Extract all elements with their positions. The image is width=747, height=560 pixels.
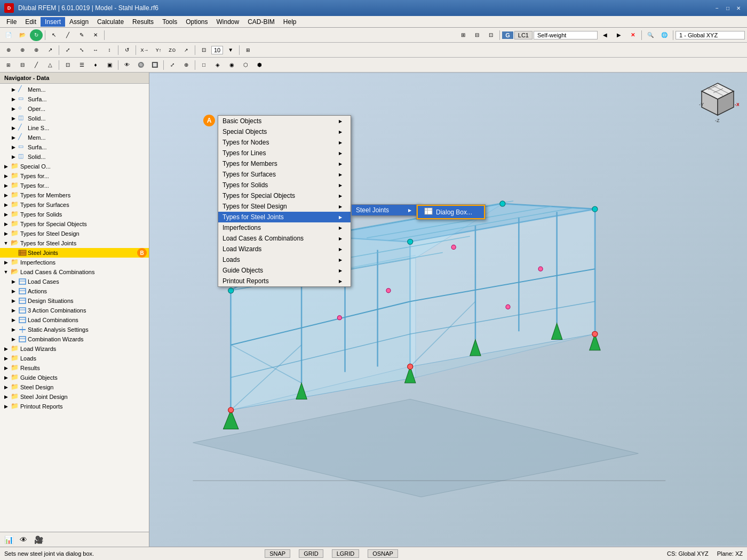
tree-item-action-combinations[interactable]: ▶ 3 Action Combinations bbox=[0, 306, 149, 315]
status-grid[interactable]: GRID bbox=[299, 549, 323, 558]
expand-actions[interactable]: ▶ bbox=[10, 287, 17, 295]
tb-line[interactable]: ╱ bbox=[61, 29, 74, 41]
tb3-vis1[interactable]: 👁 bbox=[121, 59, 133, 71]
expand-design-situations[interactable]: ▶ bbox=[10, 297, 17, 305]
expand-solid2[interactable]: ▶ bbox=[10, 153, 17, 161]
tree-item-load-cases-combo[interactable]: ▼ 📂 Load Cases & Combinations bbox=[0, 267, 149, 277]
tb-refresh[interactable]: ↻ bbox=[30, 29, 43, 41]
tb2-7[interactable]: ↔ bbox=[89, 44, 102, 56]
expand-line2[interactable]: ▶ bbox=[10, 124, 17, 132]
tb3-vis3[interactable]: 🔲 bbox=[148, 59, 161, 71]
tb-next[interactable]: ▶ bbox=[613, 29, 625, 41]
expand-solid1[interactable]: ▶ bbox=[10, 115, 17, 122]
expand-mem2[interactable]: ▶ bbox=[10, 134, 17, 141]
tb-cursor[interactable]: ↖ bbox=[47, 29, 60, 41]
expand-types-steel-design[interactable]: ▶ bbox=[2, 230, 10, 237]
expand-types-solids[interactable]: ▶ bbox=[2, 211, 10, 218]
menu-item-window[interactable]: Window bbox=[212, 17, 244, 27]
tree-item-mem1[interactable]: ▶ ╱ Mem... bbox=[0, 85, 149, 94]
expand-surf2[interactable]: ▶ bbox=[10, 143, 17, 151]
expand-static-analysis[interactable]: ▶ bbox=[10, 326, 17, 333]
menu-special-objects[interactable]: Special Objects ▶ bbox=[218, 126, 351, 137]
tree-item-load-cases[interactable]: ▶ Load Cases bbox=[0, 277, 149, 286]
tb-x[interactable]: ✕ bbox=[89, 29, 102, 41]
tb-3d[interactable]: ⊡ bbox=[484, 29, 497, 41]
menu-item-file[interactable]: File bbox=[2, 17, 21, 27]
tb3-5[interactable]: ⊡ bbox=[61, 59, 74, 71]
tb2-y[interactable]: Y↑ bbox=[152, 44, 165, 56]
tb2-scale[interactable]: ⊡ bbox=[197, 44, 210, 56]
tree-item-types-steel-design[interactable]: ▶ 📁 Types for Steel Design bbox=[0, 229, 149, 238]
tree-item-line2[interactable]: ▶ ╱ Line S... bbox=[0, 123, 149, 133]
tree-item-types-members[interactable]: ▶ 📁 Types for Members bbox=[0, 190, 149, 200]
expand-load-cases-combo[interactable]: ▼ bbox=[2, 268, 10, 276]
tree-item-oper1[interactable]: ▶ ○ Oper... bbox=[0, 104, 149, 114]
menu-item-edit[interactable]: Edit bbox=[21, 17, 41, 27]
expand-types-members[interactable]: ▶ bbox=[2, 191, 10, 199]
tb3-render5[interactable]: ⬢ bbox=[253, 59, 266, 71]
tb-close-lc[interactable]: ✕ bbox=[626, 29, 639, 41]
menu-printout-reports[interactable]: Printout Reports ▶ bbox=[218, 276, 351, 286]
tree-item-typesfor2[interactable]: ▶ 📁 Types for... bbox=[0, 181, 149, 190]
menu-types-solids[interactable]: Types for Solids ▶ bbox=[218, 180, 351, 190]
tb-pencil[interactable]: ✎ bbox=[75, 29, 88, 41]
maximize-button[interactable]: □ bbox=[724, 4, 732, 12]
tree-item-solid1[interactable]: ▶ ◫ Solid... bbox=[0, 114, 149, 123]
tree-item-types-steel-joints[interactable]: ▼ 📂 Types for Steel Joints bbox=[0, 238, 149, 248]
tree-item-surf2[interactable]: ▶ ▭ Surfa... bbox=[0, 142, 149, 152]
tb2-4[interactable]: ↗ bbox=[44, 44, 57, 56]
menu-types-members[interactable]: Types for Members ▶ bbox=[218, 158, 351, 169]
menu-types-steel-design[interactable]: Types for Steel Design ▶ bbox=[218, 201, 351, 212]
menu-types-nodes[interactable]: Types for Nodes ▶ bbox=[218, 137, 351, 148]
tree-item-specialO[interactable]: ▶ 📁 Special O... bbox=[0, 162, 149, 171]
tb3-render3[interactable]: ◉ bbox=[225, 59, 238, 71]
tb3-2[interactable]: ⊟ bbox=[16, 59, 29, 71]
menu-item-assign[interactable]: Assign bbox=[65, 17, 93, 27]
tree-item-guide-objects[interactable]: ▶ 📁 Guide Objects bbox=[0, 373, 149, 382]
tree-item-loads[interactable]: ▶ 📁 Loads bbox=[0, 354, 149, 363]
close-button[interactable]: ✕ bbox=[734, 4, 743, 12]
tb2-8[interactable]: ↕ bbox=[103, 44, 116, 56]
nav-btn-3[interactable]: 🎥 bbox=[32, 534, 45, 546]
tb3-render1[interactable]: □ bbox=[197, 59, 210, 71]
tree-item-typesfor1[interactable]: ▶ 📁 Types for... bbox=[0, 171, 149, 181]
tb2-3[interactable]: ⊕ bbox=[30, 44, 43, 56]
tree-item-solid2[interactable]: ▶ ◫ Solid... bbox=[0, 152, 149, 162]
menu-item-insert[interactable]: Insert bbox=[41, 17, 65, 27]
menu-types-lines[interactable]: Types for Lines ▶ bbox=[218, 148, 351, 158]
menu-item-calculate[interactable]: Calculate bbox=[93, 17, 128, 27]
expand-types-steel-joints[interactable]: ▼ bbox=[2, 239, 10, 247]
tb3-8[interactable]: ▣ bbox=[103, 59, 116, 71]
tb-prev[interactable]: ◀ bbox=[599, 29, 611, 41]
menu-item-results[interactable]: Results bbox=[128, 17, 158, 27]
menu-types-special-objects[interactable]: Types for Special Objects ▶ bbox=[218, 190, 351, 201]
tb3-1[interactable]: ⊞ bbox=[2, 59, 15, 71]
expand-printout-reports[interactable]: ▶ bbox=[2, 403, 10, 410]
self-weight-selector[interactable]: Self-weight bbox=[534, 31, 598, 39]
expand-load-cases[interactable]: ▶ bbox=[10, 278, 17, 285]
status-lgrid[interactable]: LGRID bbox=[332, 549, 360, 558]
expand-load-combinations[interactable]: ▶ bbox=[10, 316, 17, 324]
tree-item-actions[interactable]: ▶ Actions bbox=[0, 286, 149, 296]
tree-item-types-surfaces[interactable]: ▶ 📁 Types for Surfaces bbox=[0, 200, 149, 210]
tb2-1[interactable]: ⊕ bbox=[2, 44, 15, 56]
menu-loads[interactable]: Loads ▶ bbox=[218, 254, 351, 265]
expand-action-combinations[interactable]: ▶ bbox=[10, 307, 17, 314]
tb2-rot[interactable]: ↺ bbox=[121, 44, 133, 56]
tree-item-steel-design[interactable]: ▶ 📁 Steel Design bbox=[0, 382, 149, 392]
tb2-2[interactable]: ⊕ bbox=[16, 44, 29, 56]
expand-load-wizards[interactable]: ▶ bbox=[2, 345, 10, 353]
tb2-5[interactable]: ⤢ bbox=[61, 44, 74, 56]
tb-new[interactable]: 📄 bbox=[2, 29, 15, 41]
tb3-render2[interactable]: ◈ bbox=[211, 59, 224, 71]
expand-combination-wizards[interactable]: ▶ bbox=[10, 335, 17, 343]
tree-item-design-situations[interactable]: ▶ Design Situations bbox=[0, 296, 149, 306]
tb3-6[interactable]: ☰ bbox=[75, 59, 88, 71]
tree-item-types-solids[interactable]: ▶ 📁 Types for Solids bbox=[0, 210, 149, 219]
tree-item-load-combinations[interactable]: ▶ Load Combinations bbox=[0, 315, 149, 325]
tree-item-static-analysis[interactable]: ▶ Static Analysis Settings bbox=[0, 325, 149, 334]
tb3-render4[interactable]: ⬡ bbox=[239, 59, 252, 71]
tb3-7[interactable]: ♦ bbox=[89, 59, 102, 71]
tb3-3[interactable]: ╱ bbox=[30, 59, 43, 71]
nav-btn-2[interactable]: 👁 bbox=[17, 534, 30, 546]
